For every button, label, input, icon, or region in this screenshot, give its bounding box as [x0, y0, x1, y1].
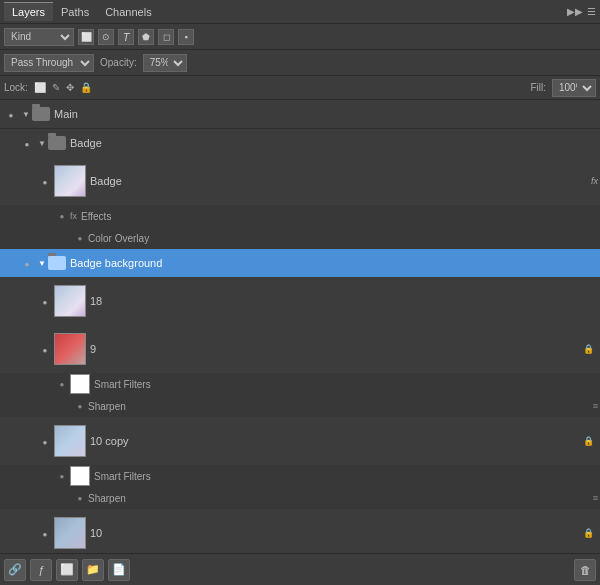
filter-pixel-icon[interactable]: ⬜ [78, 29, 94, 45]
smart-filters-label: Smart Filters [94, 471, 598, 482]
collapse-icon[interactable]: ▶▶ [567, 6, 583, 17]
kind-select[interactable]: Kind [4, 28, 74, 46]
lock-paint-icon[interactable]: ✎ [52, 82, 60, 93]
effects-row[interactable]: ● fx Effects [0, 205, 600, 227]
filter-row[interactable]: ● Sharpen ≡ [0, 395, 600, 417]
layer-name: 10 copy [90, 435, 337, 447]
lock-transparent-icon[interactable]: ⬜ [34, 82, 46, 93]
visibility-toggle[interactable] [36, 340, 54, 358]
opacity-label: Opacity: [100, 57, 137, 68]
effect-item-row[interactable]: ● Color Overlay [0, 227, 600, 249]
new-layer-button[interactable]: 📄 [108, 559, 130, 581]
blend-mode-select[interactable]: Pass Through Normal Multiply Screen Over… [4, 54, 94, 72]
tab-channels[interactable]: Channels [97, 3, 159, 21]
layer-thumbnail [54, 285, 86, 317]
lock-toolbar: Lock: ⬜ ✎ ✥ 🔒 Fill: 100% 75% 50% [0, 76, 600, 100]
visibility-toggle[interactable]: ● [54, 376, 70, 392]
visibility-toggle[interactable]: ● [72, 398, 88, 414]
layer-row[interactable]: 10 🔒 [0, 509, 600, 553]
layer-name: 10 [90, 527, 337, 539]
layer-thumbnail [54, 425, 86, 457]
layer-thumbnail [54, 165, 86, 197]
visibility-toggle[interactable]: ● [72, 230, 88, 246]
layer-row[interactable]: 18 [0, 277, 600, 325]
layer-row[interactable]: 10 copy 🔒 [0, 417, 600, 465]
delete-layer-button[interactable]: 🗑 [574, 559, 596, 581]
tab-paths[interactable]: Paths [53, 3, 97, 21]
filter-name: Sharpen [88, 493, 340, 504]
add-style-button[interactable]: ƒ [30, 559, 52, 581]
visibility-toggle[interactable]: ● [54, 208, 70, 224]
layer-thumbnail [54, 333, 86, 365]
opacity-select[interactable]: 75% 100% 50% [143, 54, 187, 72]
lock-icon: 🔒 [583, 344, 594, 354]
visibility-toggle[interactable] [18, 134, 36, 152]
layer-row[interactable]: ▼ Badge [0, 129, 600, 157]
new-group-button[interactable]: 📁 [82, 559, 104, 581]
smart-filters-row[interactable]: ● Smart Filters [0, 373, 600, 395]
filter-row[interactable]: ● Sharpen ≡ [0, 487, 600, 509]
fx-icon: fx [70, 211, 77, 221]
folder-icon [32, 107, 50, 121]
panel-menu-icon[interactable]: ☰ [587, 6, 596, 17]
fill-select[interactable]: 100% 75% 50% [552, 79, 596, 97]
filter-adjust-icon[interactable]: ⊙ [98, 29, 114, 45]
smart-filter-thumbnail [70, 466, 90, 486]
bottom-toolbar: 🔗 ƒ ⬜ 📁 📄 🗑 [0, 553, 600, 585]
effects-label: Effects [81, 211, 598, 222]
folder-icon [48, 136, 66, 150]
layer-name: 18 [90, 295, 598, 307]
layer-row[interactable]: ▼ Badge background [0, 249, 600, 277]
layer-name: 9 [90, 343, 337, 355]
fill-label: Fill: [530, 82, 546, 93]
visibility-toggle[interactable] [36, 292, 54, 310]
lock-all-icon[interactable]: 🔒 [80, 82, 92, 93]
layer-thumbnail [54, 517, 86, 549]
expand-arrow[interactable]: ▼ [36, 137, 48, 149]
visibility-toggle[interactable] [36, 172, 54, 190]
add-mask-button[interactable]: ⬜ [56, 559, 78, 581]
layer-name: Badge [90, 175, 587, 187]
fx-badge: fx [591, 176, 598, 186]
expand-arrow[interactable]: ▼ [36, 257, 48, 269]
lock-icon: 🔒 [583, 436, 594, 446]
visibility-toggle[interactable]: ● [54, 468, 70, 484]
layer-name: Badge background [70, 257, 598, 269]
layer-name: Main [54, 108, 598, 120]
filter-options-icon[interactable]: ≡ [593, 493, 598, 503]
smart-filters-label: Smart Filters [94, 379, 598, 390]
filter-extra-icon[interactable]: ▪ [178, 29, 194, 45]
lock-label: Lock: [4, 82, 28, 93]
layer-row[interactable]: 9 🔒 [0, 325, 600, 373]
tab-layers[interactable]: Layers [4, 2, 53, 21]
visibility-toggle[interactable] [36, 524, 54, 542]
lock-move-icon[interactable]: ✥ [66, 82, 74, 93]
panel-menu-icons: ▶▶ ☰ [567, 6, 596, 17]
smart-filters-row[interactable]: ● Smart Filters [0, 465, 600, 487]
expand-arrow[interactable]: ▼ [20, 108, 32, 120]
blend-toolbar: Pass Through Normal Multiply Screen Over… [0, 50, 600, 76]
visibility-toggle[interactable] [2, 105, 20, 123]
folder-icon [48, 256, 66, 270]
smart-filter-thumbnail [70, 374, 90, 394]
visibility-toggle[interactable] [18, 254, 36, 272]
layer-row[interactable]: Badge fx [0, 157, 600, 205]
visibility-toggle[interactable] [36, 432, 54, 450]
panel-tabs: Layers Paths Channels ▶▶ ☰ [0, 0, 600, 24]
filter-type-icon[interactable]: T [118, 29, 134, 45]
layer-name: Badge [70, 137, 598, 149]
effect-name: Color Overlay [88, 233, 598, 244]
filter-smart-icon[interactable]: ◻ [158, 29, 174, 45]
filter-toolbar: Kind ⬜ ⊙ T ⬟ ◻ ▪ [0, 24, 600, 50]
visibility-toggle[interactable]: ● [72, 490, 88, 506]
layers-list: ▼ Main ▼ Badge Badge fx ● fx Effects ● C… [0, 100, 600, 553]
filter-name: Sharpen [88, 401, 340, 412]
link-layers-button[interactable]: 🔗 [4, 559, 26, 581]
filter-options-icon[interactable]: ≡ [593, 401, 598, 411]
filter-shape-icon[interactable]: ⬟ [138, 29, 154, 45]
lock-icon: 🔒 [583, 528, 594, 538]
layer-row[interactable]: ▼ Main [0, 100, 600, 128]
